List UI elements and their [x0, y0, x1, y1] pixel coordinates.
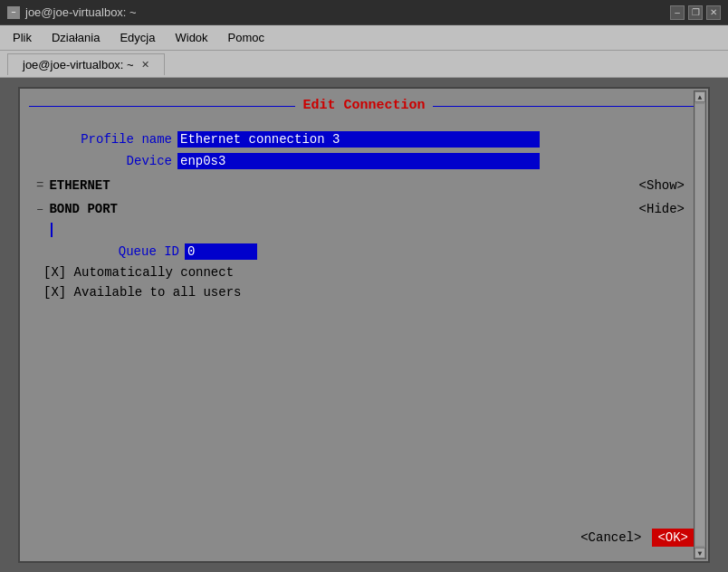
- scroll-up-arrow[interactable]: ▲: [694, 91, 705, 102]
- queue-id-input[interactable]: [185, 243, 257, 260]
- profile-name-label: Profile name: [36, 132, 172, 147]
- form-area: Profile name Device = ETHERNET <Show> – …: [29, 128, 699, 309]
- title-bar: – joe@joe-virtualbox: ~ – ❐ ✕: [0, 0, 728, 25]
- cancel-button[interactable]: <Cancel>: [577, 529, 645, 547]
- profile-name-row: Profile name: [36, 131, 692, 148]
- tab-bar: joe@joe-virtualbox: ~ ✕: [0, 51, 728, 78]
- ethernet-section: = ETHERNET <Show>: [36, 178, 692, 193]
- terminal-area: Edit Connection Profile name Device = ET…: [0, 78, 728, 572]
- queue-id-row: Queue ID: [43, 243, 692, 260]
- tab-label: joe@joe-virtualbox: ~: [23, 58, 134, 72]
- bond-label: BOND PORT: [49, 202, 638, 216]
- menu-widok[interactable]: Widok: [166, 29, 216, 46]
- scrollbar[interactable]: ▲ ▼: [694, 91, 706, 559]
- device-row: Device: [36, 153, 692, 169]
- maximize-button[interactable]: ❐: [688, 5, 703, 20]
- scroll-thumb[interactable]: [695, 104, 704, 546]
- menu-pomoc[interactable]: Pomoc: [219, 29, 273, 46]
- ethernet-show-button[interactable]: <Show>: [639, 178, 685, 193]
- auto-connect-checkbox[interactable]: [X] Automatically connect: [43, 265, 234, 280]
- terminal-tab[interactable]: joe@joe-virtualbox: ~ ✕: [7, 53, 165, 75]
- scroll-down-arrow[interactable]: ▼: [694, 548, 705, 558]
- profile-name-input[interactable]: [177, 131, 540, 148]
- close-button[interactable]: ✕: [706, 5, 721, 20]
- all-users-checkbox[interactable]: [X] Available to all users: [43, 285, 241, 300]
- edit-connection-dialog: Edit Connection Profile name Device = ET…: [18, 87, 710, 563]
- ethernet-prefix: =: [36, 178, 43, 193]
- tab-close-icon[interactable]: ✕: [141, 59, 149, 71]
- menu-dzialania[interactable]: Działania: [43, 29, 109, 46]
- dialog-buttons: <Cancel> <OK>: [577, 529, 694, 547]
- bond-port-section: – BOND PORT <Hide>: [36, 202, 692, 216]
- ethernet-label: ETHERNET: [49, 178, 638, 193]
- auto-connect-row: [X] Automatically connect: [43, 265, 692, 280]
- window-icon: –: [7, 6, 20, 19]
- device-label: Device: [36, 154, 172, 168]
- all-users-row: [X] Available to all users: [43, 285, 692, 300]
- dialog-title-bar: Edit Connection: [29, 98, 699, 113]
- dialog-title: Edit Connection: [295, 98, 432, 113]
- title-bar-controls: – ❐ ✕: [670, 5, 721, 20]
- bond-prefix: –: [36, 202, 43, 216]
- title-bar-left: – joe@joe-virtualbox: ~: [7, 5, 137, 19]
- vertical-indicator: [51, 222, 692, 238]
- minimize-button[interactable]: –: [670, 5, 685, 20]
- menu-plik[interactable]: Plik: [4, 29, 41, 46]
- menu-bar: Plik Działania Edycja Widok Pomoc: [0, 25, 728, 51]
- window-title: joe@joe-virtualbox: ~: [25, 5, 137, 19]
- device-input[interactable]: [177, 153, 540, 169]
- bond-hide-button[interactable]: <Hide>: [639, 202, 685, 216]
- ok-button[interactable]: <OK>: [652, 529, 694, 547]
- queue-id-label: Queue ID: [43, 244, 179, 259]
- menu-edycja[interactable]: Edycja: [110, 29, 164, 46]
